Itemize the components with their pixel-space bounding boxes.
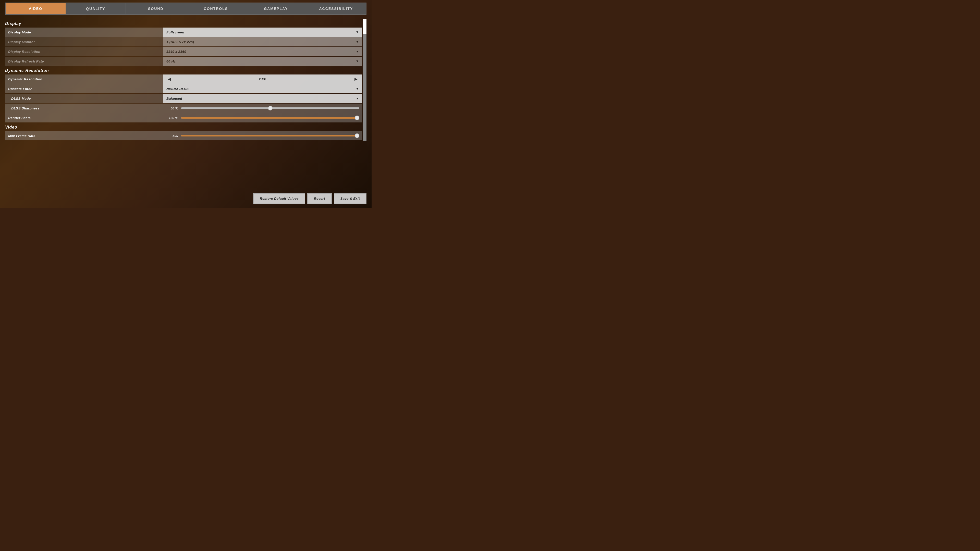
max-frame-rate-control: 500 (163, 134, 362, 138)
dynamic-resolution-right-btn[interactable]: ▶ (353, 77, 359, 81)
settings-panel: Display Display Mode Fullscreen ▼ Displa… (5, 19, 363, 141)
display-mode-label: Display Mode (5, 30, 163, 34)
display-resolution-dropdown[interactable]: 3840 x 2160 ▼ (163, 47, 362, 56)
dlss-mode-value: Balanced (166, 97, 182, 100)
display-monitor-row: Display Monitor 1 (HP ENVY 27s) ▼ (5, 37, 362, 46)
display-monitor-arrow-icon: ▼ (356, 40, 359, 44)
save-exit-button[interactable]: Save & Exit (334, 193, 366, 204)
dlss-sharpness-control: 50 % (163, 106, 362, 110)
revert-button[interactable]: Revert (307, 193, 331, 204)
upscale-filter-value: NVIDIA DLSS (166, 87, 189, 91)
display-mode-control: Fullscreen ▼ (163, 27, 362, 37)
render-scale-fill (181, 117, 360, 119)
scrollbar-track[interactable] (363, 19, 366, 141)
display-monitor-label: Display Monitor (5, 40, 163, 44)
display-refresh-rate-dropdown[interactable]: 60 Hz ▼ (163, 57, 362, 66)
dynamic-resolution-label: Dynamic Resolution (5, 77, 163, 81)
upscale-filter-label: Upscale Filter (5, 87, 163, 91)
dlss-mode-dropdown[interactable]: Balanced ▼ (163, 94, 362, 103)
dlss-sharpness-value: 50 % (166, 106, 178, 110)
tab-gameplay[interactable]: GAMEPLAY (246, 3, 306, 14)
display-section-header: Display (5, 21, 362, 26)
upscale-filter-control: NVIDIA DLSS ▼ (163, 84, 362, 94)
dlss-sharpness-row: DLSS Sharpness 50 % (5, 103, 362, 113)
render-scale-thumb[interactable] (355, 116, 360, 120)
display-monitor-value: 1 (HP ENVY 27s) (166, 40, 194, 44)
tab-controls[interactable]: CONTROLS (186, 3, 246, 14)
display-refresh-rate-row: Display Refresh Rate 60 Hz ▼ (5, 57, 362, 66)
tab-sound[interactable]: SOUND (126, 3, 186, 14)
video-section-header: Video (5, 125, 362, 130)
render-scale-label: Render Scale (5, 116, 163, 120)
render-scale-value: 100 % (166, 116, 178, 120)
dynamic-resolution-left-btn[interactable]: ◀ (166, 77, 172, 81)
display-resolution-row: Display Resolution 3840 x 2160 ▼ (5, 47, 362, 56)
dlss-mode-arrow-icon: ▼ (356, 97, 359, 100)
scrollbar-thumb[interactable] (363, 19, 366, 34)
display-mode-arrow-icon: ▼ (356, 30, 359, 34)
tab-video[interactable]: VIDEO (6, 3, 66, 14)
dlss-mode-control: Balanced ▼ (163, 94, 362, 103)
dlss-mode-label: DLSS Mode (5, 97, 163, 100)
display-resolution-control: 3840 x 2160 ▼ (163, 47, 362, 56)
dlss-sharpness-track (181, 107, 360, 109)
display-refresh-rate-arrow-icon: ▼ (356, 59, 359, 63)
display-monitor-dropdown[interactable]: 1 (HP ENVY 27s) ▼ (163, 37, 362, 46)
display-mode-row: Display Mode Fullscreen ▼ (5, 27, 362, 37)
display-refresh-rate-value: 60 Hz (166, 59, 176, 63)
max-frame-rate-track (181, 135, 360, 137)
max-frame-rate-label: Max Frame Rate (5, 134, 163, 138)
settings-content: VIDEO QUALITY SOUND CONTROLS GAMEPLAY AC… (0, 0, 372, 143)
display-refresh-rate-control: 60 Hz ▼ (163, 57, 362, 66)
upscale-filter-row: Upscale Filter NVIDIA DLSS ▼ (5, 84, 362, 94)
dlss-sharpness-label: DLSS Sharpness (5, 106, 163, 110)
max-frame-rate-fill (181, 135, 360, 137)
settings-area: Display Display Mode Fullscreen ▼ Displa… (5, 19, 366, 141)
tab-accessibility[interactable]: ACCESSIBILITY (306, 3, 366, 14)
upscale-filter-dropdown[interactable]: NVIDIA DLSS ▼ (163, 84, 362, 94)
tab-bar: VIDEO QUALITY SOUND CONTROLS GAMEPLAY AC… (5, 3, 366, 15)
display-mode-value: Fullscreen (166, 30, 184, 34)
dynamic-resolution-value: OFF (259, 77, 266, 81)
max-frame-rate-value: 500 (166, 134, 178, 138)
dlss-mode-row: DLSS Mode Balanced ▼ (5, 94, 362, 103)
upscale-filter-arrow-icon: ▼ (356, 87, 359, 91)
dynamic-resolution-row: Dynamic Resolution ◀ OFF ▶ (5, 75, 362, 84)
render-scale-control: 100 % (163, 116, 362, 120)
max-frame-rate-row: Max Frame Rate 500 (5, 131, 362, 140)
bottom-bar: Restore Default Values Revert Save & Exi… (253, 193, 366, 204)
dynamic-resolution-section-header: Dynamic Resolution (5, 68, 362, 73)
restore-defaults-button[interactable]: Restore Default Values (253, 193, 305, 204)
dynamic-resolution-control: ◀ OFF ▶ (163, 75, 362, 84)
dynamic-resolution-arrow-control: ◀ OFF ▶ (163, 75, 362, 84)
render-scale-track (181, 117, 360, 119)
display-resolution-value: 3840 x 2160 (166, 50, 186, 54)
dlss-sharpness-fill (181, 107, 270, 109)
display-refresh-rate-label: Display Refresh Rate (5, 59, 163, 63)
display-resolution-label: Display Resolution (5, 50, 163, 54)
render-scale-row: Render Scale 100 % (5, 113, 362, 122)
max-frame-rate-thumb[interactable] (355, 133, 360, 138)
tab-quality[interactable]: QUALITY (66, 3, 126, 14)
display-monitor-control: 1 (HP ENVY 27s) ▼ (163, 37, 362, 46)
display-resolution-arrow-icon: ▼ (356, 50, 359, 53)
display-mode-dropdown[interactable]: Fullscreen ▼ (163, 27, 362, 37)
dlss-sharpness-thumb[interactable] (268, 106, 272, 110)
